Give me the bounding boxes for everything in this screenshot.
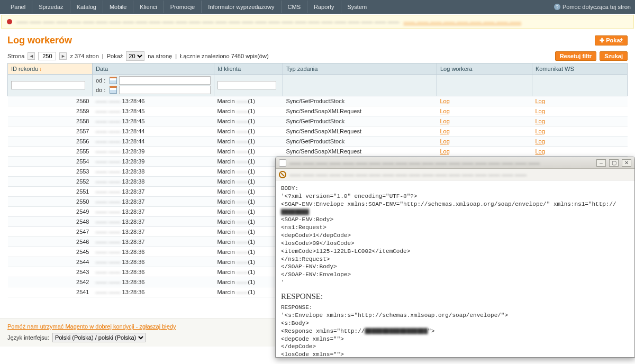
cell-date: —— —— 13:28:37 bbox=[93, 227, 214, 237]
reset-filter-button[interactable]: Resetuj filtr bbox=[555, 51, 597, 61]
report-bugs-link[interactable]: Pomóż nam utrzymać Magento w dobrej kond… bbox=[7, 323, 176, 330]
perpage-select[interactable]: 20 bbox=[126, 51, 144, 61]
help-link[interactable]: ? Pomoc dotycząca tej stron bbox=[554, 4, 631, 10]
pager-label-show: Pokaż bbox=[107, 53, 123, 59]
notice-link[interactable]: —— —— —— —— —— —— —— —— —— bbox=[404, 19, 521, 25]
cell-typ: Sync/SendSoapXMLRequest bbox=[283, 147, 437, 157]
nav-item[interactable]: Klienci bbox=[133, 1, 164, 13]
cell-id: 2542 bbox=[8, 277, 93, 287]
filter-from-input[interactable] bbox=[119, 76, 211, 85]
nav-item[interactable]: Promocje bbox=[164, 1, 202, 13]
ws-link[interactable]: Log bbox=[536, 138, 545, 144]
filter-to-input[interactable] bbox=[119, 86, 211, 94]
ws-link[interactable]: Log bbox=[536, 108, 545, 114]
log-link[interactable]: Log bbox=[440, 108, 450, 114]
ws-link[interactable]: Log bbox=[536, 148, 545, 154]
col-kom[interactable]: Komunikat WS bbox=[532, 63, 628, 75]
log-link[interactable]: Log bbox=[440, 128, 450, 134]
nav-item[interactable]: Raporty bbox=[307, 1, 341, 13]
col-typ[interactable]: Typ zadania bbox=[283, 63, 437, 75]
notice-text: —— —— —— —— —— —— —— —— —— —— —— —— —— —… bbox=[16, 19, 400, 25]
nav-item[interactable]: Katalog bbox=[70, 1, 103, 13]
col-klient[interactable]: Id klienta bbox=[214, 63, 283, 75]
table-row[interactable]: 2560—— —— 13:28:46Marcin ——(1)Sync/GetPr… bbox=[8, 96, 628, 106]
cell-typ: Sync/SendSoapXMLRequest bbox=[283, 126, 437, 136]
nav-item[interactable]: Mobile bbox=[103, 1, 133, 13]
cell-id: 2547 bbox=[8, 227, 93, 237]
cell-klient: Marcin ——(1) bbox=[214, 257, 283, 267]
nav-item[interactable]: CMS bbox=[282, 1, 307, 13]
pager-total: Łącznie znaleziono 7480 wpis(ów) bbox=[180, 53, 269, 59]
cell-date: —— —— 13:28:37 bbox=[93, 207, 214, 217]
cell-date: —— —— 13:28:45 bbox=[93, 106, 214, 116]
minimize-button[interactable]: – bbox=[596, 159, 606, 167]
nav-list: PanelSprzedażKatalogMobileKlienciPromocj… bbox=[4, 1, 373, 13]
cell-date: —— —— 13:28:36 bbox=[93, 287, 214, 297]
popup-title-text: —— —— —— —— —— —— —— —— —— —— —— —— —— —… bbox=[289, 160, 593, 166]
cell-klient: Marcin ——(1) bbox=[214, 287, 283, 297]
nav-item[interactable]: Informator wyprzedażowy bbox=[202, 1, 281, 13]
filter-klient-input[interactable] bbox=[217, 81, 276, 89]
filter-id-input[interactable] bbox=[11, 81, 85, 89]
cell-klient: Marcin ——(1) bbox=[214, 147, 283, 157]
cell-logw: Log bbox=[437, 96, 532, 106]
cell-logw: Log bbox=[437, 147, 532, 157]
cell-id: 2544 bbox=[8, 257, 93, 267]
cell-id: 2557 bbox=[8, 126, 93, 136]
cell-date: —— —— 13:28:39 bbox=[93, 157, 214, 167]
log-link[interactable]: Log bbox=[440, 138, 450, 144]
search-button[interactable]: Szukaj bbox=[600, 51, 628, 61]
log-link[interactable]: Log bbox=[440, 98, 450, 104]
cell-id: 2550 bbox=[8, 197, 93, 207]
nav-item[interactable]: System bbox=[341, 1, 374, 13]
table-row[interactable]: 2559—— —— 13:28:45Marcin ——(1)Sync/SendS… bbox=[8, 106, 628, 116]
table-row[interactable]: 2556—— —— 13:28:44Marcin ——(1)Sync/GetPr… bbox=[8, 136, 628, 147]
show-button[interactable]: ✚Pokaż bbox=[595, 35, 628, 46]
cell-id: 2556 bbox=[8, 136, 93, 147]
ws-link[interactable]: Log bbox=[536, 128, 545, 134]
calendar-icon[interactable] bbox=[110, 86, 117, 94]
cell-typ: Sync/GetProductStock bbox=[283, 136, 437, 147]
close-button[interactable]: ✕ bbox=[622, 159, 631, 167]
nav-item[interactable]: Panel bbox=[4, 1, 32, 13]
cell-klient: Marcin ——(1) bbox=[214, 187, 283, 197]
cell-date: —— —— 13:28:36 bbox=[93, 257, 214, 267]
nav-item[interactable]: Sprzedaż bbox=[32, 1, 70, 13]
table-row[interactable]: 2557—— —— 13:28:44Marcin ——(1)Sync/SendS… bbox=[8, 126, 628, 136]
cell-klient: Marcin ——(1) bbox=[214, 197, 283, 207]
popup-window: —— —— —— —— —— —— —— —— —— —— —— —— —— —… bbox=[275, 157, 635, 347]
cell-date: —— —— 13:28:45 bbox=[93, 116, 214, 126]
pager: Strona ◄ ► z 374 stron | Pokaż 20 na str… bbox=[7, 51, 628, 61]
cell-klient: Marcin ——(1) bbox=[214, 126, 283, 136]
cell-id: 2546 bbox=[8, 237, 93, 247]
maximize-button[interactable]: ▢ bbox=[609, 159, 619, 167]
cell-klient: Marcin ——(1) bbox=[214, 96, 283, 106]
ws-link[interactable]: Log bbox=[536, 98, 545, 104]
ws-link[interactable]: Log bbox=[536, 118, 545, 124]
table-row[interactable]: 2558—— —— 13:28:45Marcin ——(1)Sync/GetPr… bbox=[8, 116, 628, 126]
popup-body[interactable]: BODY:'<?xml version="1.0" encoding="UTF-… bbox=[276, 180, 634, 347]
table-row[interactable]: 2555—— —— 13:28:39Marcin ——(1)Sync/SendS… bbox=[8, 147, 628, 157]
cell-date: —— —— 13:28:37 bbox=[93, 187, 214, 197]
stop-icon[interactable] bbox=[279, 171, 286, 178]
cell-klient: Marcin ——(1) bbox=[214, 177, 283, 187]
col-data[interactable]: Data bbox=[93, 63, 214, 75]
lang-select[interactable]: Polski (Polska) / polski (Polska) bbox=[52, 333, 146, 342]
col-logw[interactable]: Log workera bbox=[437, 63, 532, 75]
col-id[interactable]: ID rekordu↓ bbox=[8, 63, 93, 75]
cell-klient: Marcin ——(1) bbox=[214, 237, 283, 247]
cell-klient: Marcin ——(1) bbox=[214, 217, 283, 227]
cell-klient: Marcin ——(1) bbox=[214, 277, 283, 287]
cell-id: 2549 bbox=[8, 207, 93, 217]
popup-titlebar[interactable]: —— —— —— —— —— —— —— —— —— —— —— —— —— —… bbox=[276, 157, 634, 169]
log-link[interactable]: Log bbox=[440, 118, 450, 124]
prev-page-button[interactable]: ◄ bbox=[28, 52, 35, 60]
cell-klient: Marcin ——(1) bbox=[214, 267, 283, 277]
calendar-icon[interactable] bbox=[110, 77, 117, 84]
log-link[interactable]: Log bbox=[440, 148, 450, 154]
page-input[interactable] bbox=[38, 52, 56, 60]
cell-klient: Marcin ——(1) bbox=[214, 136, 283, 147]
next-page-button[interactable]: ► bbox=[59, 52, 67, 60]
cell-date: —— —— 13:28:36 bbox=[93, 267, 214, 277]
notice-bar: —— —— —— —— —— —— —— —— —— —— —— —— —— —… bbox=[1, 15, 634, 29]
